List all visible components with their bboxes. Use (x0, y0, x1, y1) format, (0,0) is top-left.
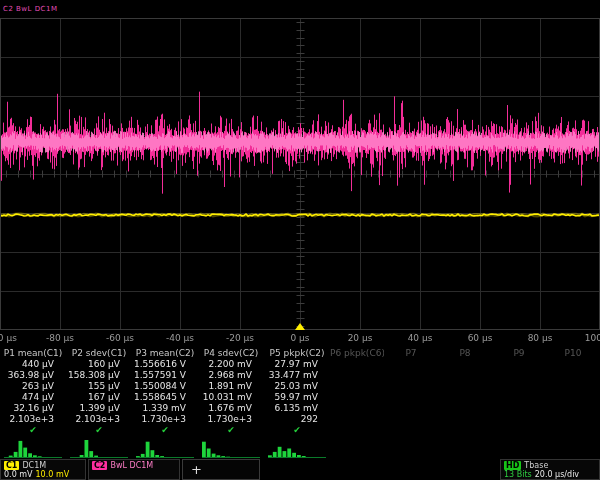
measure-table-header: P1 mean(C1)P2 sdev(C1)P3 mean(C2)P4 sdev… (0, 348, 600, 359)
histicon[interactable] (66, 437, 132, 458)
measure-value-cell: 1.730e+3 (132, 414, 198, 425)
measure-header-cell[interactable]: P7 (384, 348, 438, 359)
measure-value-cell: 160 µV (66, 359, 132, 370)
measure-header-cell[interactable]: P1 mean(C1) (0, 348, 66, 359)
status-check-icon: ✔ (132, 425, 198, 436)
measure-value-cell: 1.550084 V (132, 381, 198, 392)
time-axis-label: 40 µs (408, 333, 433, 343)
measure-value-cell: 25.03 mV (264, 381, 330, 392)
measure-value-cell: 263 µV (0, 381, 66, 392)
status-check-icon: ✔ (0, 425, 66, 436)
measure-value-cell: 440 µV (0, 359, 66, 370)
channel-descriptor-c1[interactable]: C1 DC1M 0.0 mV 10.0 mV (0, 459, 86, 480)
measure-table-row: 363.98 µV158.308 µV1.557591 V2.968 mV33.… (0, 370, 600, 381)
plus-icon: + (191, 462, 202, 477)
time-axis: -100 µs-80 µs-60 µs-40 µs-20 µs0 µs20 µs… (0, 332, 600, 346)
time-axis-label: -80 µs (46, 333, 74, 343)
measure-value-cell: 292 (264, 414, 330, 425)
measure-value-cell: 1.399 µV (66, 403, 132, 414)
time-axis-label: -60 µs (106, 333, 134, 343)
measure-header-cell[interactable]: P4 sdev(C2) (198, 348, 264, 359)
measure-header-cell[interactable]: P5 pkpk(C2) (264, 348, 330, 359)
tbase-label: Tbase (524, 461, 548, 470)
measure-value-cell: 158.308 µV (66, 370, 132, 381)
measure-table-row: 474 µV167 µV1.558645 V10.031 mV59.97 mV (0, 392, 600, 403)
c1-offset-label: 0.0 mV (4, 470, 33, 479)
hd-badge: HD (504, 461, 521, 470)
measure-value-cell: 474 µV (0, 392, 66, 403)
measure-value-cell: 27.97 mV (264, 359, 330, 370)
tdiv-label: 20.0 µs/div (535, 470, 579, 479)
histicon[interactable] (198, 437, 264, 458)
measure-header-cell[interactable]: P6 pkpk(C6) (330, 348, 384, 359)
timebase-descriptor[interactable]: HD Tbase 13 Bits 20.0 µs/div (500, 459, 600, 480)
measure-status-row: ✔✔✔✔✔ (0, 425, 600, 436)
measure-value-cell: 59.97 mV (264, 392, 330, 403)
histicon[interactable] (264, 437, 330, 458)
histicon[interactable] (0, 437, 66, 458)
time-axis-label: 0 µs (290, 333, 309, 343)
measure-table-row: 32.16 µV1.399 µV1.339 mV1.676 mV6.135 mV (0, 403, 600, 414)
time-axis-label: 20 µs (348, 333, 373, 343)
measure-header-cell[interactable]: P9 (492, 348, 546, 359)
bottom-bar-spacer (262, 459, 498, 480)
measure-value-cell: 1.730e+3 (198, 414, 264, 425)
measure-header-cell[interactable]: P2 sdev(C1) (66, 348, 132, 359)
add-trace-box[interactable]: + (182, 459, 260, 480)
measure-value-cell: 33.477 mV (264, 370, 330, 381)
c1-scale-label: 10.0 mV (36, 470, 70, 479)
measure-header-cell[interactable]: P8 (438, 348, 492, 359)
measure-value-cell: 1.557591 V (132, 370, 198, 381)
status-check-icon: ✔ (66, 425, 132, 436)
time-axis-label: -40 µs (166, 333, 194, 343)
measure-table: P1 mean(C1)P2 sdev(C1)P3 mean(C2)P4 sdev… (0, 348, 600, 436)
measure-value-cell: 155 µV (66, 381, 132, 392)
measure-table-row: 440 µV160 µV1.556616 V2.200 mV27.97 mV (0, 359, 600, 370)
trace-annotation: C2 BwL DC1M (3, 5, 58, 13)
time-axis-label: -20 µs (226, 333, 254, 343)
measure-value-cell: 6.135 mV (264, 403, 330, 414)
measure-table-row: 2.103e+32.103e+31.730e+31.730e+3292 (0, 414, 600, 425)
histicon-row (0, 437, 600, 458)
time-axis-label: 100 µs (585, 333, 600, 343)
measure-header-cell[interactable]: P3 mean(C2) (132, 348, 198, 359)
c1-coupling-label: DC1M (22, 461, 46, 470)
measure-value-cell: 167 µV (66, 392, 132, 403)
c1-chip: C1 (4, 461, 19, 470)
measure-value-cell: 1.339 mV (132, 403, 198, 414)
c2-coupling-label: BwL DC1M (110, 461, 153, 470)
waveform-display[interactable] (0, 18, 600, 330)
channel-descriptor-c2[interactable]: C2 BwL DC1M (88, 459, 180, 480)
measure-value-cell: 32.16 µV (0, 403, 66, 414)
status-check-icon: ✔ (198, 425, 264, 436)
bits-label: 13 Bits (504, 470, 532, 479)
c2-chip: C2 (92, 461, 107, 470)
measure-value-cell: 2.103e+3 (66, 414, 132, 425)
measure-value-cell: 2.968 mV (198, 370, 264, 381)
status-check-icon: ✔ (264, 425, 330, 436)
measure-value-cell: 1.558645 V (132, 392, 198, 403)
bottom-bar: C1 DC1M 0.0 mV 10.0 mV C2 BwL DC1M + HD … (0, 459, 600, 480)
histicon[interactable] (132, 437, 198, 458)
measure-value-cell: 363.98 µV (0, 370, 66, 381)
measure-value-cell: 2.103e+3 (0, 414, 66, 425)
trigger-time-marker[interactable] (295, 323, 305, 330)
measure-value-cell: 1.676 mV (198, 403, 264, 414)
measure-value-cell: 1.891 mV (198, 381, 264, 392)
measure-value-cell: 10.031 mV (198, 392, 264, 403)
time-axis-label: 80 µs (528, 333, 553, 343)
measure-header-cell[interactable]: P10 (546, 348, 600, 359)
measure-value-cell: 1.556616 V (132, 359, 198, 370)
measure-value-cell: 2.200 mV (198, 359, 264, 370)
time-axis-label: 60 µs (468, 333, 493, 343)
oscilloscope-screen: C2 BwL DC1M -100 µs-80 µs-60 µs-40 µs-20… (0, 0, 600, 480)
time-axis-label: -100 µs (0, 333, 17, 343)
measure-table-row: 263 µV155 µV1.550084 V1.891 mV25.03 mV (0, 381, 600, 392)
